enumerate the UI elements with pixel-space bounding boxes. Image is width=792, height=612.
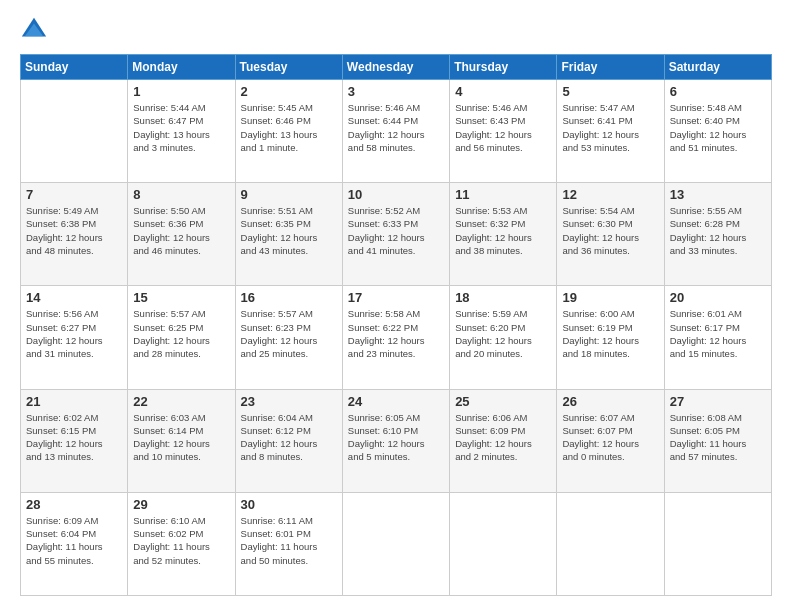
day-info: Sunrise: 5:48 AMSunset: 6:40 PMDaylight:… xyxy=(670,101,766,154)
day-number: 5 xyxy=(562,84,658,99)
day-info: Sunrise: 5:45 AMSunset: 6:46 PMDaylight:… xyxy=(241,101,337,154)
day-info: Sunrise: 5:47 AMSunset: 6:41 PMDaylight:… xyxy=(562,101,658,154)
calendar-cell: 1Sunrise: 5:44 AMSunset: 6:47 PMDaylight… xyxy=(128,80,235,183)
weekday-header-monday: Monday xyxy=(128,55,235,80)
weekday-header-row: SundayMondayTuesdayWednesdayThursdayFrid… xyxy=(21,55,772,80)
day-info: Sunrise: 5:46 AMSunset: 6:43 PMDaylight:… xyxy=(455,101,551,154)
calendar-cell: 17Sunrise: 5:58 AMSunset: 6:22 PMDayligh… xyxy=(342,286,449,389)
day-number: 27 xyxy=(670,394,766,409)
weekday-header-friday: Friday xyxy=(557,55,664,80)
day-info: Sunrise: 6:00 AMSunset: 6:19 PMDaylight:… xyxy=(562,307,658,360)
day-number: 22 xyxy=(133,394,229,409)
calendar-cell xyxy=(664,492,771,595)
day-number: 21 xyxy=(26,394,122,409)
day-number: 23 xyxy=(241,394,337,409)
calendar-cell: 28Sunrise: 6:09 AMSunset: 6:04 PMDayligh… xyxy=(21,492,128,595)
day-number: 9 xyxy=(241,187,337,202)
day-number: 17 xyxy=(348,290,444,305)
calendar-cell: 15Sunrise: 5:57 AMSunset: 6:25 PMDayligh… xyxy=(128,286,235,389)
calendar-cell: 22Sunrise: 6:03 AMSunset: 6:14 PMDayligh… xyxy=(128,389,235,492)
calendar-cell: 29Sunrise: 6:10 AMSunset: 6:02 PMDayligh… xyxy=(128,492,235,595)
day-number: 10 xyxy=(348,187,444,202)
day-number: 8 xyxy=(133,187,229,202)
calendar-cell: 12Sunrise: 5:54 AMSunset: 6:30 PMDayligh… xyxy=(557,183,664,286)
day-info: Sunrise: 6:10 AMSunset: 6:02 PMDaylight:… xyxy=(133,514,229,567)
day-info: Sunrise: 6:11 AMSunset: 6:01 PMDaylight:… xyxy=(241,514,337,567)
day-info: Sunrise: 5:56 AMSunset: 6:27 PMDaylight:… xyxy=(26,307,122,360)
calendar-cell: 18Sunrise: 5:59 AMSunset: 6:20 PMDayligh… xyxy=(450,286,557,389)
day-info: Sunrise: 6:09 AMSunset: 6:04 PMDaylight:… xyxy=(26,514,122,567)
day-number: 2 xyxy=(241,84,337,99)
calendar-cell: 4Sunrise: 5:46 AMSunset: 6:43 PMDaylight… xyxy=(450,80,557,183)
weekday-header-wednesday: Wednesday xyxy=(342,55,449,80)
calendar-week-1: 7Sunrise: 5:49 AMSunset: 6:38 PMDaylight… xyxy=(21,183,772,286)
day-number: 16 xyxy=(241,290,337,305)
calendar-cell xyxy=(557,492,664,595)
calendar-cell: 16Sunrise: 5:57 AMSunset: 6:23 PMDayligh… xyxy=(235,286,342,389)
calendar-cell: 8Sunrise: 5:50 AMSunset: 6:36 PMDaylight… xyxy=(128,183,235,286)
calendar-cell: 26Sunrise: 6:07 AMSunset: 6:07 PMDayligh… xyxy=(557,389,664,492)
calendar-cell: 21Sunrise: 6:02 AMSunset: 6:15 PMDayligh… xyxy=(21,389,128,492)
day-number: 3 xyxy=(348,84,444,99)
day-info: Sunrise: 5:55 AMSunset: 6:28 PMDaylight:… xyxy=(670,204,766,257)
day-info: Sunrise: 6:01 AMSunset: 6:17 PMDaylight:… xyxy=(670,307,766,360)
day-info: Sunrise: 6:02 AMSunset: 6:15 PMDaylight:… xyxy=(26,411,122,464)
day-number: 19 xyxy=(562,290,658,305)
day-number: 1 xyxy=(133,84,229,99)
day-info: Sunrise: 5:57 AMSunset: 6:23 PMDaylight:… xyxy=(241,307,337,360)
day-number: 18 xyxy=(455,290,551,305)
calendar-cell: 2Sunrise: 5:45 AMSunset: 6:46 PMDaylight… xyxy=(235,80,342,183)
logo xyxy=(20,16,50,44)
day-info: Sunrise: 6:05 AMSunset: 6:10 PMDaylight:… xyxy=(348,411,444,464)
day-info: Sunrise: 6:08 AMSunset: 6:05 PMDaylight:… xyxy=(670,411,766,464)
weekday-header-tuesday: Tuesday xyxy=(235,55,342,80)
day-info: Sunrise: 5:54 AMSunset: 6:30 PMDaylight:… xyxy=(562,204,658,257)
calendar-cell: 3Sunrise: 5:46 AMSunset: 6:44 PMDaylight… xyxy=(342,80,449,183)
calendar-cell: 13Sunrise: 5:55 AMSunset: 6:28 PMDayligh… xyxy=(664,183,771,286)
calendar-cell: 6Sunrise: 5:48 AMSunset: 6:40 PMDaylight… xyxy=(664,80,771,183)
day-number: 11 xyxy=(455,187,551,202)
calendar-cell: 7Sunrise: 5:49 AMSunset: 6:38 PMDaylight… xyxy=(21,183,128,286)
day-number: 24 xyxy=(348,394,444,409)
day-info: Sunrise: 6:07 AMSunset: 6:07 PMDaylight:… xyxy=(562,411,658,464)
day-number: 15 xyxy=(133,290,229,305)
calendar-cell: 10Sunrise: 5:52 AMSunset: 6:33 PMDayligh… xyxy=(342,183,449,286)
weekday-header-sunday: Sunday xyxy=(21,55,128,80)
calendar-cell: 19Sunrise: 6:00 AMSunset: 6:19 PMDayligh… xyxy=(557,286,664,389)
day-info: Sunrise: 5:49 AMSunset: 6:38 PMDaylight:… xyxy=(26,204,122,257)
day-info: Sunrise: 5:57 AMSunset: 6:25 PMDaylight:… xyxy=(133,307,229,360)
day-number: 4 xyxy=(455,84,551,99)
day-info: Sunrise: 5:52 AMSunset: 6:33 PMDaylight:… xyxy=(348,204,444,257)
day-info: Sunrise: 5:53 AMSunset: 6:32 PMDaylight:… xyxy=(455,204,551,257)
day-info: Sunrise: 5:50 AMSunset: 6:36 PMDaylight:… xyxy=(133,204,229,257)
calendar-cell: 20Sunrise: 6:01 AMSunset: 6:17 PMDayligh… xyxy=(664,286,771,389)
calendar-cell: 5Sunrise: 5:47 AMSunset: 6:41 PMDaylight… xyxy=(557,80,664,183)
day-number: 26 xyxy=(562,394,658,409)
day-info: Sunrise: 5:44 AMSunset: 6:47 PMDaylight:… xyxy=(133,101,229,154)
calendar-week-3: 21Sunrise: 6:02 AMSunset: 6:15 PMDayligh… xyxy=(21,389,772,492)
calendar-cell: 25Sunrise: 6:06 AMSunset: 6:09 PMDayligh… xyxy=(450,389,557,492)
day-number: 28 xyxy=(26,497,122,512)
calendar-cell: 24Sunrise: 6:05 AMSunset: 6:10 PMDayligh… xyxy=(342,389,449,492)
calendar-week-2: 14Sunrise: 5:56 AMSunset: 6:27 PMDayligh… xyxy=(21,286,772,389)
calendar-cell: 23Sunrise: 6:04 AMSunset: 6:12 PMDayligh… xyxy=(235,389,342,492)
calendar-cell: 11Sunrise: 5:53 AMSunset: 6:32 PMDayligh… xyxy=(450,183,557,286)
day-number: 20 xyxy=(670,290,766,305)
calendar-week-4: 28Sunrise: 6:09 AMSunset: 6:04 PMDayligh… xyxy=(21,492,772,595)
day-number: 6 xyxy=(670,84,766,99)
day-info: Sunrise: 6:06 AMSunset: 6:09 PMDaylight:… xyxy=(455,411,551,464)
weekday-header-thursday: Thursday xyxy=(450,55,557,80)
header xyxy=(20,16,772,44)
day-number: 29 xyxy=(133,497,229,512)
calendar-week-0: 1Sunrise: 5:44 AMSunset: 6:47 PMDaylight… xyxy=(21,80,772,183)
day-info: Sunrise: 5:46 AMSunset: 6:44 PMDaylight:… xyxy=(348,101,444,154)
calendar-cell xyxy=(21,80,128,183)
day-number: 14 xyxy=(26,290,122,305)
day-number: 7 xyxy=(26,187,122,202)
day-number: 13 xyxy=(670,187,766,202)
calendar-cell: 9Sunrise: 5:51 AMSunset: 6:35 PMDaylight… xyxy=(235,183,342,286)
calendar-cell: 27Sunrise: 6:08 AMSunset: 6:05 PMDayligh… xyxy=(664,389,771,492)
calendar-cell xyxy=(450,492,557,595)
day-info: Sunrise: 6:03 AMSunset: 6:14 PMDaylight:… xyxy=(133,411,229,464)
day-number: 12 xyxy=(562,187,658,202)
